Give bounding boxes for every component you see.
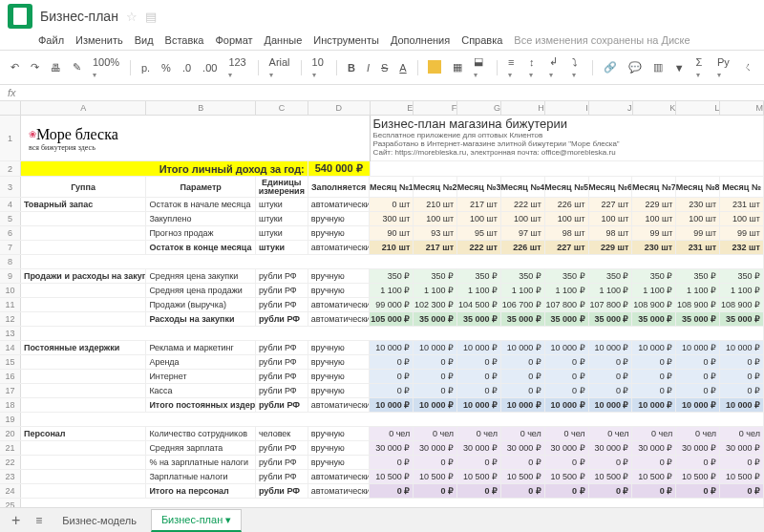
data-cell[interactable]: 1 100 ₽ (676, 284, 720, 297)
data-cell[interactable]: 0 ₽ (457, 370, 501, 383)
data-cell[interactable]: 0 ₽ (545, 484, 589, 498)
data-cell[interactable]: 0 ₽ (370, 484, 414, 498)
fill-cell[interactable]: автоматически (308, 198, 371, 211)
data-cell[interactable]: 105 000 ₽ (370, 312, 414, 326)
cell[interactable] (21, 255, 764, 268)
fill-cell[interactable]: вручную (308, 355, 371, 369)
col-header[interactable]: C (256, 101, 308, 115)
col-header[interactable]: K (633, 101, 677, 115)
data-cell[interactable]: 0 ₽ (676, 355, 720, 369)
data-cell[interactable]: 231 шт (720, 198, 764, 211)
data-cell[interactable]: 0 ₽ (414, 484, 457, 498)
unit-cell[interactable]: рубли РФ (256, 384, 308, 397)
data-cell[interactable]: 10 000 ₽ (370, 341, 414, 354)
menu-data[interactable]: Данные (265, 34, 303, 46)
data-cell[interactable]: 98 шт (589, 226, 633, 240)
data-cell[interactable]: 10 500 ₽ (676, 470, 720, 483)
data-cell[interactable]: 10 000 ₽ (545, 341, 589, 354)
data-cell[interactable]: 100 шт (457, 212, 501, 225)
fill-cell[interactable]: вручную (308, 269, 371, 283)
data-cell[interactable]: 30 000 ₽ (370, 441, 414, 455)
data-cell[interactable]: 0 ₽ (501, 456, 545, 469)
data-cell[interactable]: 10 000 ₽ (589, 341, 633, 354)
font-size-select[interactable]: 10 (309, 54, 329, 81)
row-header[interactable]: 5 (0, 212, 21, 225)
data-cell[interactable]: 0 ₽ (676, 384, 720, 397)
comment-button[interactable]: 💬 (626, 59, 645, 75)
italic-button[interactable]: I (364, 60, 372, 75)
fill-cell[interactable]: вручную (308, 456, 371, 469)
doc-title[interactable]: Бизнес-план (40, 9, 118, 24)
menu-format[interactable]: Формат (215, 34, 252, 46)
data-cell[interactable]: 0 ₽ (589, 456, 633, 469)
data-cell[interactable]: 10 000 ₽ (457, 398, 501, 412)
row-header[interactable]: 24 (0, 484, 21, 498)
row-header[interactable]: 9 (0, 269, 21, 283)
param-name[interactable]: Аренда (146, 355, 256, 369)
data-cell[interactable]: 0 ₽ (589, 384, 633, 397)
fill-cell[interactable]: автоматически (308, 241, 371, 254)
data-cell[interactable]: 0 шт (370, 198, 414, 211)
data-cell[interactable]: 10 000 ₽ (589, 398, 633, 412)
bold-button[interactable]: B (345, 60, 358, 75)
data-cell[interactable]: 100 шт (414, 212, 457, 225)
row-header[interactable]: 7 (0, 241, 21, 254)
param-name[interactable]: Закуплено (146, 212, 256, 225)
data-cell[interactable]: 0 ₽ (632, 456, 676, 469)
data-cell[interactable]: 0 ₽ (720, 456, 764, 469)
data-cell[interactable]: 100 шт (501, 212, 545, 225)
undo-icon[interactable]: ↶ (8, 59, 22, 75)
row-header[interactable]: 3 (0, 177, 21, 197)
data-cell[interactable]: 35 000 ₽ (545, 312, 589, 326)
unit-cell[interactable]: рубли РФ (256, 355, 308, 369)
data-cell[interactable]: 107 800 ₽ (589, 298, 633, 311)
group-name[interactable] (21, 241, 146, 254)
data-cell[interactable]: 102 300 ₽ (414, 298, 457, 311)
unit-cell[interactable]: рубли РФ (256, 441, 308, 455)
select-all-cell[interactable] (0, 101, 21, 115)
col-header[interactable]: D (308, 101, 371, 115)
borders-button[interactable]: ▦ (450, 59, 465, 75)
unit-cell[interactable]: человек (256, 427, 308, 440)
col-header[interactable]: H (501, 101, 545, 115)
data-cell[interactable]: 1 100 ₽ (545, 284, 589, 297)
chart-button[interactable]: ▥ (650, 59, 666, 75)
row-header[interactable]: 17 (0, 384, 21, 397)
data-cell[interactable]: 350 ₽ (545, 269, 589, 283)
data-cell[interactable]: 350 ₽ (676, 269, 720, 283)
fill-cell[interactable]: вручную (308, 370, 371, 383)
data-cell[interactable]: 0 чел (720, 427, 764, 440)
data-cell[interactable]: 0 ₽ (370, 370, 414, 383)
param-name[interactable]: % на зарплатные налоги (146, 456, 256, 469)
strike-button[interactable]: S (378, 60, 391, 75)
cell[interactable] (21, 327, 764, 340)
data-cell[interactable]: 30 000 ₽ (720, 441, 764, 455)
row-header[interactable]: 1 (0, 116, 21, 160)
merge-button[interactable]: ⬓ (471, 53, 489, 81)
param-name[interactable]: Интернет (146, 370, 256, 383)
hdr-month[interactable]: Месяц №6 (589, 177, 633, 197)
param-name[interactable]: Остаток в конце месяца (146, 241, 256, 254)
row-header[interactable]: 20 (0, 427, 21, 440)
sheet-tab[interactable]: Бизнес-план ▾ (151, 509, 242, 532)
fill-cell[interactable]: автоматически (308, 484, 371, 498)
data-cell[interactable]: 10 000 ₽ (720, 398, 764, 412)
menu-edit[interactable]: Изменить (75, 34, 123, 46)
data-cell[interactable]: 99 000 ₽ (370, 298, 414, 311)
data-cell[interactable]: 222 шт (457, 241, 501, 254)
param-name[interactable]: Зарплатные налоги (146, 470, 256, 483)
menu-view[interactable]: Вид (135, 34, 154, 46)
data-cell[interactable]: 210 шт (370, 241, 414, 254)
group-name[interactable] (21, 470, 146, 483)
data-cell[interactable]: 232 шт (720, 241, 764, 254)
data-cell[interactable]: 231 шт (676, 241, 720, 254)
data-cell[interactable]: 217 шт (414, 241, 457, 254)
language-button[interactable]: Ру (714, 54, 734, 81)
total-value[interactable]: 540 000 ₽ (308, 161, 371, 176)
star-icon[interactable]: ☆ (126, 10, 138, 24)
data-cell[interactable]: 227 шт (545, 241, 589, 254)
data-cell[interactable]: 0 ₽ (589, 484, 633, 498)
biz-info-cell[interactable]: Бизнес-план магазина бижутерии Бесплатно… (371, 116, 764, 160)
group-name[interactable] (21, 355, 146, 369)
data-cell[interactable]: 350 ₽ (414, 269, 457, 283)
